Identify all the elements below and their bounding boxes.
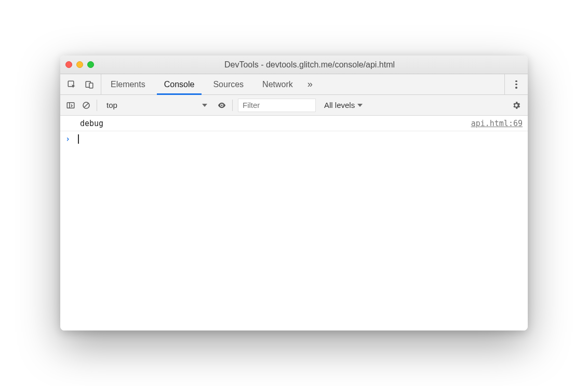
tab-console[interactable]: Console: [155, 74, 204, 94]
titlebar: DevTools - devtools.glitch.me/console/ap…: [60, 56, 528, 74]
svg-point-5: [221, 104, 223, 106]
console-settings-icon[interactable]: [510, 99, 523, 112]
device-toggle-icon[interactable]: [84, 79, 95, 90]
toolbar-separator: [97, 100, 97, 111]
console-prompt-row[interactable]: ›: [60, 131, 528, 147]
console-sidebar-toggle-icon[interactable]: [65, 100, 76, 111]
clear-console-icon[interactable]: [81, 100, 91, 111]
chevron-down-icon: [357, 104, 363, 107]
traffic-lights: [65, 61, 94, 68]
left-tool-icons: [60, 74, 101, 94]
maximize-window-button[interactable]: [87, 61, 94, 68]
panel-tabs-bar: Elements Console Sources Network »: [60, 74, 528, 95]
close-window-button[interactable]: [65, 61, 72, 68]
log-levels-dropdown[interactable]: All levels: [321, 101, 366, 109]
execution-context-dropdown[interactable]: top: [102, 99, 211, 112]
minimize-window-button[interactable]: [76, 61, 83, 68]
filter-input[interactable]: [238, 99, 316, 112]
chevron-double-right-icon: »: [308, 79, 313, 90]
live-expression-icon[interactable]: [217, 100, 227, 111]
devtools-window: DevTools - devtools.glitch.me/console/ap…: [60, 56, 528, 330]
tab-elements[interactable]: Elements: [101, 74, 155, 94]
chevron-down-icon: [202, 104, 207, 107]
console-log-source-link[interactable]: api.html:69: [471, 119, 523, 128]
console-log-row: debug api.html:69: [60, 116, 528, 131]
tab-network[interactable]: Network: [253, 74, 302, 94]
inspect-element-icon[interactable]: [66, 79, 77, 90]
panel-tabs: Elements Console Sources Network: [101, 74, 302, 94]
kebab-menu-icon: [512, 80, 520, 89]
tabs-overflow-button[interactable]: »: [302, 74, 318, 94]
tab-sources[interactable]: Sources: [204, 74, 253, 94]
console-output: debug api.html:69 ›: [60, 116, 528, 330]
log-levels-label: All levels: [324, 101, 355, 109]
svg-rect-2: [89, 83, 93, 88]
toolbar-separator: [232, 100, 233, 111]
svg-rect-3: [67, 102, 74, 108]
prompt-cursor: [78, 134, 79, 144]
console-log-message: debug: [80, 119, 471, 128]
console-toolbar: top All levels: [60, 95, 528, 116]
prompt-chevron-icon: ›: [65, 134, 76, 144]
settings-menu[interactable]: [504, 74, 528, 94]
window-title: DevTools - devtools.glitch.me/console/ap…: [97, 60, 523, 70]
execution-context-label: top: [106, 101, 117, 109]
